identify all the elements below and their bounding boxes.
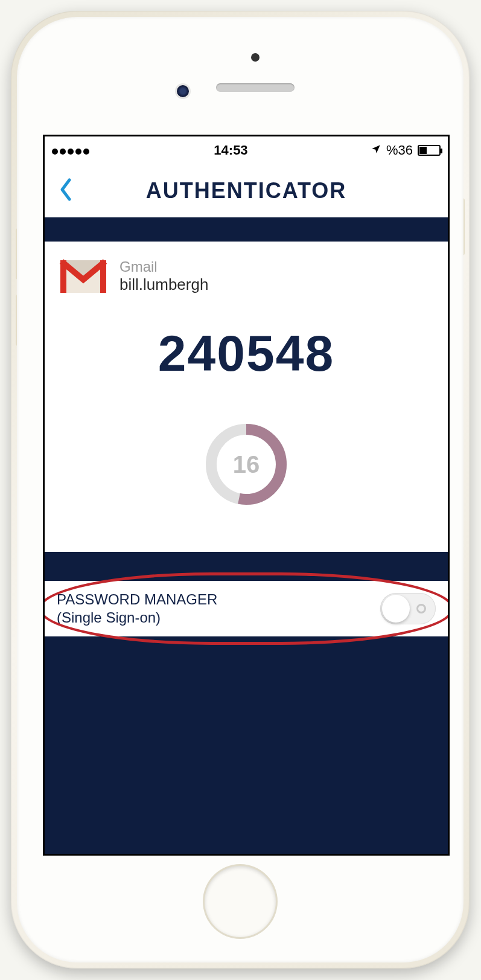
toggle-knob: [382, 595, 410, 623]
proximity-sensor: [251, 53, 260, 62]
otp-seconds-remaining: 16: [201, 419, 291, 510]
phone-bezel: 14:53 %36 A: [17, 17, 463, 962]
battery-percent: %36: [386, 143, 413, 158]
phone-frame: 14:53 %36 A: [11, 11, 470, 969]
earpiece-speaker: [216, 83, 295, 92]
battery-icon: [418, 145, 441, 156]
page-title: AUTHENTICATOR: [45, 178, 448, 203]
screen: 14:53 %36 A: [43, 135, 450, 856]
back-button[interactable]: [58, 178, 74, 204]
svg-rect-3: [60, 260, 66, 293]
password-manager-label: PASSWORD MANAGER (Single Sign-on): [57, 591, 217, 627]
separator-strip: [45, 552, 448, 581]
front-camera: [177, 85, 189, 97]
account-username: bill.lumbergh: [119, 275, 208, 294]
toggle-off-indicator: [416, 604, 426, 613]
otp-card: Gmail bill.lumbergh 240548 16: [45, 242, 448, 552]
status-time: 14:53: [214, 143, 247, 158]
password-manager-toggle[interactable]: [380, 593, 436, 624]
svg-rect-4: [100, 260, 106, 293]
home-button[interactable]: [205, 866, 276, 937]
account-row: Gmail bill.lumbergh: [59, 258, 433, 294]
location-icon: [371, 143, 381, 158]
bottom-area: [45, 636, 448, 854]
service-name: Gmail: [119, 258, 208, 275]
gmail-icon: [59, 259, 107, 294]
nav-header: AUTHENTICATOR: [45, 164, 448, 217]
separator-strip: [45, 217, 448, 242]
otp-timer: 16: [59, 419, 433, 510]
pm-label-line1: PASSWORD MANAGER: [57, 591, 217, 609]
password-manager-row: PASSWORD MANAGER (Single Sign-on): [45, 581, 448, 636]
otp-code: 240548: [59, 324, 433, 383]
status-bar: 14:53 %36: [45, 136, 448, 164]
signal-strength-icon: [52, 143, 91, 158]
pm-label-line2: (Single Sign-on): [57, 609, 217, 627]
